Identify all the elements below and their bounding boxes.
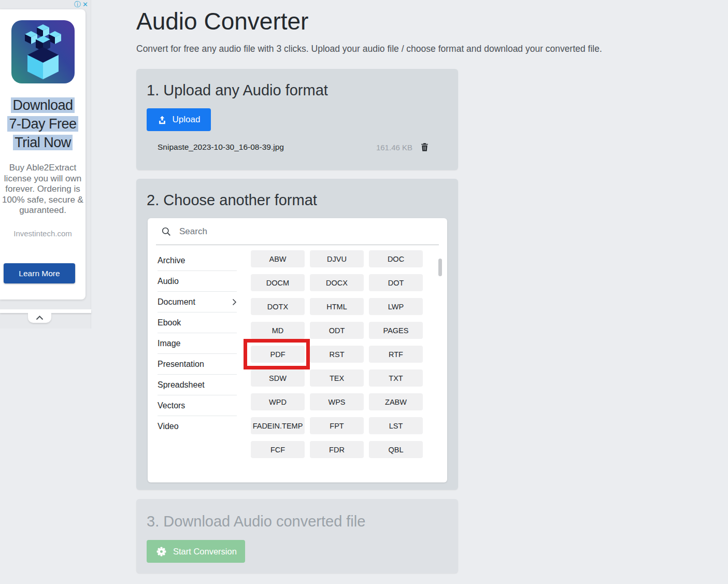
category-label: Image <box>158 339 180 348</box>
ad-card[interactable]: Download7-Day FreeTrial Now Buy Able2Ext… <box>0 9 85 300</box>
format-button-wps[interactable]: WPS <box>310 393 364 410</box>
category-item-archive[interactable]: Archive <box>158 250 237 271</box>
category-item-document[interactable]: Document <box>158 292 237 312</box>
category-item-spreadsheet[interactable]: Spreadsheet <box>158 375 237 395</box>
delete-file-button[interactable] <box>420 143 429 152</box>
format-cell: HTML <box>310 298 364 315</box>
ad-body-line: 100% safe, secure & <box>0 195 85 206</box>
format-cell: LWP <box>369 298 423 315</box>
category-label: Video <box>158 422 179 431</box>
format-button-tex[interactable]: TEX <box>310 369 364 387</box>
format-cell: RST <box>310 346 364 363</box>
learn-more-button[interactable]: Learn More <box>4 263 75 283</box>
ad-collapse-bar <box>0 309 91 313</box>
ad-headline-line: Trial Now <box>0 133 85 152</box>
format-button-docm[interactable]: DOCM <box>251 274 305 291</box>
ad-source: Investintech.com <box>0 229 85 238</box>
upload-button[interactable]: Upload <box>147 108 211 131</box>
format-button-rtf[interactable]: RTF <box>369 346 423 363</box>
able2extract-logo-icon <box>11 20 75 83</box>
format-button-djvu[interactable]: DJVU <box>310 250 364 267</box>
category-item-video[interactable]: Video <box>158 416 237 437</box>
category-list: Archive Audio Document Ebook Image Prese… <box>156 250 237 458</box>
ad-headline: Download7-Day FreeTrial Now <box>0 96 85 152</box>
ad-headline-line: Download <box>0 96 85 115</box>
format-button-pdf[interactable]: PDF <box>251 346 305 363</box>
format-button-abw[interactable]: ABW <box>251 250 305 267</box>
format-cell: DOCX <box>310 274 364 291</box>
format-search-input[interactable] <box>178 226 439 237</box>
format-button-fcf[interactable]: FCF <box>251 441 305 458</box>
format-button-wpd[interactable]: WPD <box>251 393 305 410</box>
uploaded-file-row: Snipaste_2023-10-30_16-08-39.jpg 161.46 … <box>147 143 448 152</box>
format-button-lst[interactable]: LST <box>369 417 423 434</box>
file-name: Snipaste_2023-10-30_16-08-39.jpg <box>158 143 284 152</box>
upload-button-label: Upload <box>173 115 201 125</box>
trash-icon <box>420 143 429 152</box>
gear-icon <box>156 547 166 557</box>
format-button-dot[interactable]: DOT <box>369 274 423 291</box>
ad-headline-line: 7-Day Free <box>0 115 85 133</box>
format-cell: FCF <box>251 441 305 458</box>
format-button-fpt[interactable]: FPT <box>310 417 364 434</box>
format-button-doc[interactable]: DOC <box>369 250 423 267</box>
ad-sidebar: ⓘ ✕ <box>0 0 91 329</box>
ad-body-text: Buy Able2Extractlicense you will ownfore… <box>0 163 85 216</box>
format-cell: MD <box>251 322 305 339</box>
category-item-ebook[interactable]: Ebook <box>158 312 237 333</box>
start-conversion-label: Start Conversion <box>173 547 237 557</box>
ad-body-line: forever. Ordering is <box>0 184 85 195</box>
format-button-lwp[interactable]: LWP <box>369 298 423 315</box>
format-section-heading: 2. Choose another format <box>147 179 448 210</box>
ad-collapse-button[interactable] <box>28 313 51 323</box>
format-cell: SDW <box>251 369 305 387</box>
ad-info-icon[interactable]: ⓘ <box>74 1 81 8</box>
category-item-presentation[interactable]: Presentation <box>158 354 237 375</box>
format-button-zabw[interactable]: ZABW <box>369 393 423 410</box>
chevron-up-icon <box>36 316 44 320</box>
format-cell: ZABW <box>369 393 423 410</box>
format-cell: TEX <box>310 369 364 387</box>
upload-icon <box>158 116 167 124</box>
format-cell: FADEIN.TEMP <box>251 417 305 434</box>
page-subtitle: Convert for free any audio file with 3 c… <box>136 44 654 54</box>
file-size: 161.46 KB <box>376 143 412 152</box>
format-button-docx[interactable]: DOCX <box>310 274 364 291</box>
format-cell: PDF <box>251 346 305 363</box>
format-button-odt[interactable]: ODT <box>310 322 364 339</box>
category-item-image[interactable]: Image <box>158 333 237 354</box>
format-cell: DJVU <box>310 250 364 267</box>
format-button-dotx[interactable]: DOTX <box>251 298 305 315</box>
format-button-sdw[interactable]: SDW <box>251 369 305 387</box>
category-item-vectors[interactable]: Vectors <box>158 395 237 416</box>
format-button-qbl[interactable]: QBL <box>369 441 423 458</box>
format-cell: WPS <box>310 393 364 410</box>
format-cell: RTF <box>369 346 423 363</box>
format-cell: DOC <box>369 250 423 267</box>
category-label: Vectors <box>158 401 185 410</box>
format-button-html[interactable]: HTML <box>310 298 364 315</box>
ad-body-line: guaranteed. <box>0 205 85 216</box>
download-section: 3. Download Audio converted file Start C… <box>136 499 458 573</box>
category-label: Archive <box>158 256 185 265</box>
category-item-audio[interactable]: Audio <box>158 271 237 292</box>
ad-close-icon[interactable]: ✕ <box>82 1 88 8</box>
format-grid-scrollbar[interactable] <box>438 259 442 276</box>
download-section-heading: 3. Download Audio converted file <box>147 499 448 531</box>
format-grid: ABW DJVU DOC DOCM DOCX DOT DOTX HTML LWP… <box>251 250 423 458</box>
category-label: Audio <box>158 277 179 286</box>
format-cell: ODT <box>310 322 364 339</box>
format-button-pages[interactable]: PAGES <box>369 322 423 339</box>
format-button-rst[interactable]: RST <box>310 346 364 363</box>
format-button-fdr[interactable]: FDR <box>310 441 364 458</box>
format-button-md[interactable]: MD <box>251 322 305 339</box>
format-button-txt[interactable]: TXT <box>369 369 423 387</box>
page-title: Audio Converter <box>136 5 458 37</box>
cube-shapes <box>25 24 61 79</box>
format-button-fadein.temp[interactable]: FADEIN.TEMP <box>251 417 305 434</box>
start-conversion-button[interactable]: Start Conversion <box>147 540 245 563</box>
upload-section: 1. Upload any Audio format Upload Snipas… <box>136 69 458 170</box>
category-label: Spreadsheet <box>158 380 205 390</box>
category-label: Presentation <box>158 360 204 369</box>
category-label: Ebook <box>158 318 181 327</box>
